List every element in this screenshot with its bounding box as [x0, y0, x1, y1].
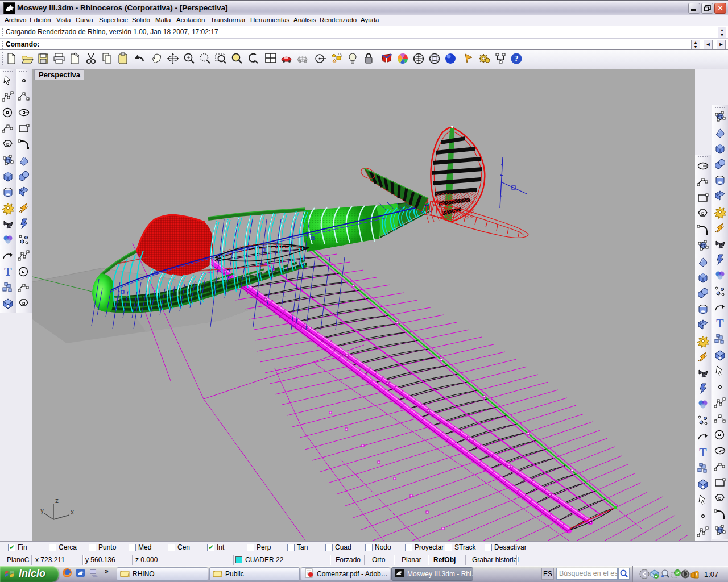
svg-text:x: x: [71, 508, 74, 516]
svg-text:T: T: [4, 265, 12, 278]
svg-text:y: y: [40, 506, 44, 514]
svg-text:?: ?: [514, 54, 519, 63]
svg-text:!: !: [696, 572, 698, 577]
svg-text:T: T: [716, 317, 724, 330]
svg-text:z: z: [55, 497, 59, 505]
svg-text:T: T: [699, 446, 707, 459]
